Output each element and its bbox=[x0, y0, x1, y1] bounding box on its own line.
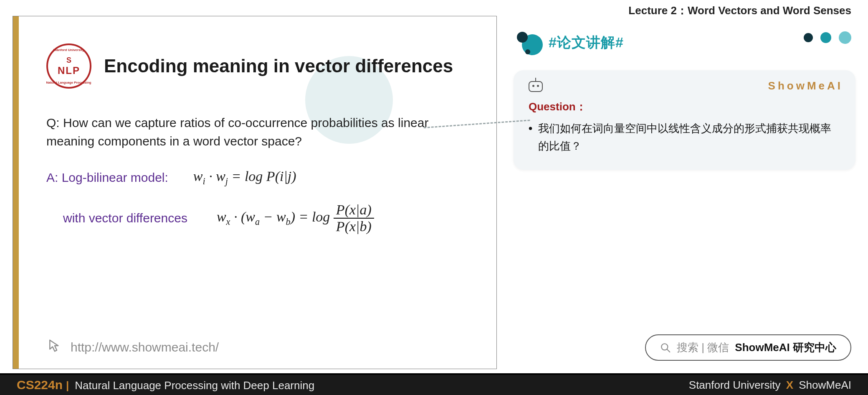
slide-footer-url: http://www.showmeai.tech/ bbox=[71, 340, 219, 354]
course-code: CS224n bbox=[17, 378, 63, 392]
course-name: Natural Language Processing with Deep Le… bbox=[75, 379, 314, 392]
svg-line-1 bbox=[667, 349, 670, 352]
note-card: ShowMeAI Question： • 我们如何在词向量空间中以线性含义成分的… bbox=[514, 70, 855, 170]
slide-panel: Stanford University S NLP Natural Langua… bbox=[13, 16, 497, 369]
logo-bottom-arc: Natural Language Processing bbox=[46, 81, 91, 84]
note-bullet: • 我们如何在词向量空间中以线性含义成分的形式捕获共现概率的比值？ bbox=[529, 120, 840, 155]
bullet-dot-icon: • bbox=[529, 120, 532, 155]
bottom-right: Stanford University X ShowMeAI bbox=[689, 379, 851, 392]
search-hint: 搜索 | 微信 bbox=[677, 340, 729, 355]
stanford-nlp-logo: Stanford University S NLP Natural Langua… bbox=[46, 43, 91, 89]
cursor-icon bbox=[46, 337, 63, 357]
note-bullet-text: 我们如何在词向量空间中以线性含义成分的形式捕获共现概率的比值？ bbox=[538, 120, 840, 155]
search-icon bbox=[660, 342, 671, 353]
note-question-label: Question： bbox=[529, 99, 840, 114]
decorative-dots bbox=[804, 31, 851, 44]
search-pill[interactable]: 搜索 | 微信 ShowMeAI 研究中心 bbox=[645, 334, 851, 361]
section-title: #论文讲解# bbox=[549, 33, 624, 52]
dot-icon bbox=[839, 31, 851, 44]
robot-icon bbox=[529, 81, 543, 92]
section-badge-icon bbox=[514, 32, 543, 54]
slide-question: Q: How can we capture ratios of co-occur… bbox=[46, 114, 467, 150]
uni-name: Stanford University bbox=[689, 379, 781, 391]
bottom-bar: CS224n | Natural Language Processing wit… bbox=[0, 373, 868, 395]
dot-icon bbox=[804, 33, 813, 42]
slide-title: Encoding meaning in vector differences bbox=[104, 56, 453, 76]
pipe-separator: | bbox=[66, 379, 69, 392]
annotation-column: #论文讲解# ShowMeAI Question： • 我们如何在词向量空间中以… bbox=[514, 8, 855, 369]
brand-name: ShowMeAI bbox=[799, 379, 851, 391]
note-brand: ShowMeAI bbox=[768, 79, 843, 92]
logo-letter: S bbox=[66, 56, 71, 64]
formula-log-bilinear: wi · wj = log P(i|j) bbox=[193, 168, 296, 187]
logo-top-arc: Stanford University bbox=[53, 48, 85, 52]
svg-point-0 bbox=[661, 344, 668, 350]
logo-nlp: NLP bbox=[58, 66, 80, 76]
formula-vector-diff: wx · (wa − wb) = log P(x|a)P(x|b) bbox=[217, 202, 374, 234]
with-vector-diff-label: with vector differences bbox=[63, 211, 187, 225]
dot-icon bbox=[820, 32, 831, 43]
answer-label: A: Log-bilinear model: bbox=[46, 171, 168, 185]
x-separator: X bbox=[784, 379, 796, 391]
search-bold: ShowMeAI 研究中心 bbox=[735, 340, 836, 355]
